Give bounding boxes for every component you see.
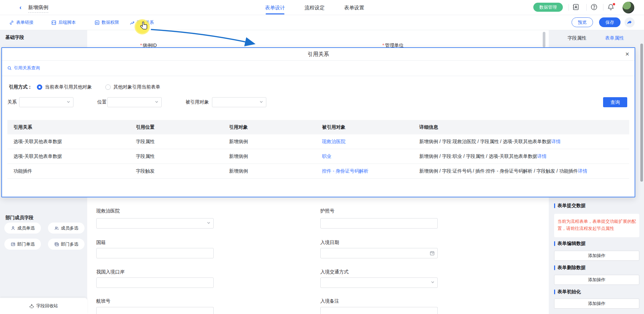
detail-link[interactable]: 详情 (551, 139, 561, 144)
share-button[interactable] (625, 17, 635, 27)
reference-relation-icon (129, 20, 135, 25)
tab-form-design[interactable]: 表单设计 (265, 0, 285, 15)
page-title: 新增病例 (28, 4, 48, 13)
cell-relation: 功能插件 (7, 168, 130, 174)
reference-mode-label: 引用方式： (9, 84, 32, 90)
properties-tabs: 字段属性 表单属性 (549, 30, 644, 46)
app-header: ‹ 新增病例 表单设计 流程设定 表单设置 数据管理 (0, 0, 644, 15)
field-label: 入境交通方式 (320, 269, 348, 275)
notification-badge (613, 3, 615, 5)
modal-titlebar: 引用关系 × (2, 48, 635, 61)
radio-selected-icon (37, 84, 42, 90)
field-label: 现救治医院 (96, 208, 120, 214)
field-button-label: 部门多选 (61, 241, 78, 247)
member-single-icon (11, 226, 15, 231)
field-button-dept-multi[interactable]: 部门多选 (48, 239, 85, 250)
toolbar-item-label: 数据权限 (102, 19, 119, 25)
referenced-object-link[interactable]: 控件 - 身份证号码解析 (322, 168, 368, 174)
cell-relation: 选项-关联其他表单数据 (7, 153, 130, 160)
toolbar-reference-relation[interactable]: 引用关系 (129, 19, 154, 25)
field-label: 入境备注 (320, 298, 339, 304)
save-button[interactable]: 保存 (599, 17, 621, 27)
help-icon[interactable] (590, 3, 598, 11)
calendar-icon (430, 251, 435, 256)
position-select[interactable] (107, 97, 162, 107)
window-scrollbar-thumb[interactable] (640, 44, 643, 182)
tab-form-properties[interactable]: 表单属性 (605, 35, 624, 41)
query-link-row: 引用关系查询 (2, 61, 635, 76)
divider (603, 4, 603, 11)
radio-current-form-refs-others[interactable]: 当前表单引用其他对象 (37, 84, 92, 90)
chevron-down-icon (431, 280, 434, 284)
toolbar-backend-script[interactable]: 后端脚本 (51, 19, 76, 25)
field-button-member-multi[interactable]: 成员多选 (48, 223, 85, 234)
cell-detail: 新增病例 / 字段:现救治医院 / 字段属性 / 选项-关联其他表单数据 (419, 139, 551, 144)
section-form-delete: 表单删除数据 (554, 265, 586, 271)
radio-others-ref-current-form[interactable]: 其他对象引用当前表单 (105, 84, 160, 90)
column-header: 引用对象 (223, 124, 316, 130)
tab-form-setting[interactable]: 表单设置 (344, 0, 364, 15)
reference-mode-row: 引用方式： 当前表单引用其他对象 其他对象引用当前表单 (9, 84, 174, 90)
field-button-dept-single[interactable]: 部门单选 (4, 239, 41, 250)
field-input-passport[interactable] (320, 218, 438, 229)
column-header: 被引用对象 (316, 124, 413, 130)
detail-link[interactable]: 详情 (578, 168, 587, 174)
chevron-down-icon (155, 100, 158, 104)
cell-object: 新增病例 (223, 139, 316, 145)
toolbar-form-link[interactable]: 表单链接 (9, 19, 34, 25)
referenced-object-link[interactable]: 职业 (322, 153, 331, 159)
reference-relation-modal: 引用关系 × 引用关系查询 引用方式： 当前表单引用其他对象 其他对象引用当前表… (1, 47, 635, 197)
query-link-label: 引用关系查询 (14, 65, 40, 71)
detail-link[interactable]: 详情 (537, 153, 547, 159)
toolbar-data-permission[interactable]: 数据权限 (95, 19, 119, 25)
reference-query-link[interactable]: 引用关系查询 (7, 65, 40, 71)
cell-relation: 选项-关联其他表单数据 (7, 139, 130, 145)
field-select-hospital[interactable] (96, 218, 214, 229)
field-select-transport[interactable] (320, 277, 438, 288)
cell-position: 字段属性 (130, 153, 223, 160)
field-input-entry-remark[interactable] (320, 307, 438, 314)
filter-label-referenced: 被引用对象 (185, 99, 209, 105)
canvas-scrollbar-thumb[interactable] (543, 32, 545, 47)
sidebar-section-dept-member-fields: 部门成员字段 (5, 215, 34, 221)
cell-object: 新增病例 (223, 168, 316, 174)
referenced-object-link[interactable]: 现救治医院 (322, 139, 345, 144)
add-action-button-init[interactable]: 添加操作 (554, 299, 639, 309)
field-input-flight-no[interactable] (96, 307, 214, 314)
notification-bell-icon[interactable] (607, 3, 614, 11)
field-input-entry-port[interactable] (96, 277, 214, 288)
query-button[interactable]: 查询 (603, 97, 627, 107)
table-row: 功能插件 字段触发 新增病例 控件 - 身份证号码解析 新增病例 / 字段:证件… (7, 164, 629, 179)
cell-detail: 新增病例 / 字段:证件号码 / 插件:控件 - 身份证号码解析 / 字段触发 … (419, 168, 578, 174)
toolbar-item-label: 表单链接 (16, 19, 34, 25)
field-button-label: 成员多选 (61, 225, 78, 231)
preview-button[interactable]: 预览 (572, 17, 593, 27)
add-action-button-edit[interactable]: 添加操作 (554, 251, 639, 261)
main-tabs: 表单设计 流程设定 表单设置 (265, 0, 364, 15)
cell-position: 字段触发 (130, 168, 223, 174)
reference-table: 引用关系 引用位置 引用对象 被引用对象 详细信息 选项-关联其他表单数据 字段… (7, 120, 629, 179)
contacts-icon[interactable] (572, 3, 580, 11)
field-button-member-single[interactable]: 成员单选 (4, 223, 41, 234)
tab-process-setting[interactable]: 流程设定 (305, 0, 325, 15)
link-icon (9, 20, 14, 25)
close-icon[interactable]: × (625, 50, 629, 58)
field-recycle-bin[interactable]: 字段回收站 (0, 298, 87, 314)
data-manage-button[interactable]: 数据管理 (533, 3, 563, 12)
referenced-object-select[interactable] (212, 97, 266, 107)
user-avatar[interactable] (623, 2, 634, 13)
filter-label-relation: 关系 (7, 99, 17, 105)
recycle-icon (29, 304, 34, 309)
tab-field-properties[interactable]: 字段属性 (568, 35, 586, 41)
relation-select[interactable] (19, 97, 73, 107)
modal-title: 引用关系 (2, 51, 635, 58)
back-icon[interactable]: ‹ (19, 4, 21, 11)
data-permission-icon (95, 20, 100, 25)
search-icon (7, 66, 12, 70)
field-date-entry[interactable] (320, 248, 438, 258)
field-input-nationality[interactable] (96, 248, 214, 258)
add-action-button-delete[interactable]: 添加操作 (554, 275, 639, 285)
field-label: 国籍 (96, 240, 106, 246)
table-row: 选项-关联其他表单数据 字段属性 新增病例 现救治医院 新增病例 / 字段:现救… (7, 134, 629, 149)
field-button-label: 成员单选 (17, 225, 35, 231)
